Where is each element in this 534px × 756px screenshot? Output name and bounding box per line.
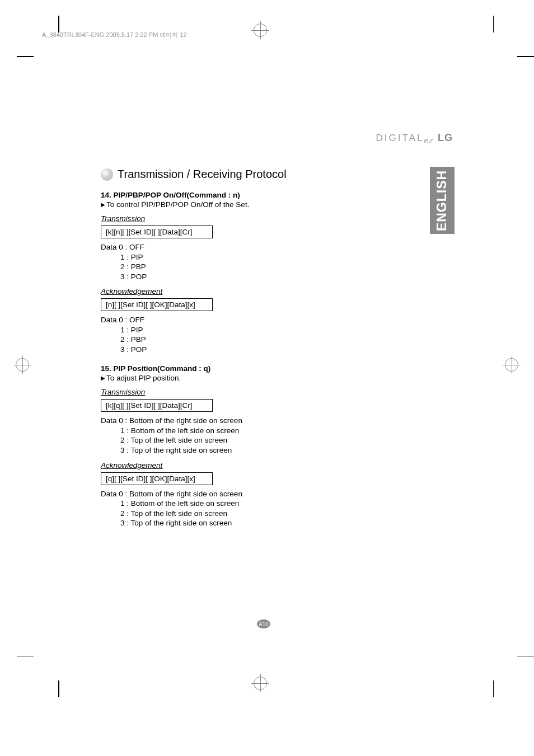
logo-lg: LG — [438, 132, 453, 143]
crop-mark — [493, 680, 494, 697]
registration-mark-icon — [16, 358, 29, 372]
sphere-icon — [101, 168, 113, 181]
data-line: Data 0 : OFF — [101, 315, 369, 325]
crop-mark — [517, 56, 534, 57]
triangle-icon: ▶ — [101, 375, 105, 381]
item14-description: ▶ To control PIP/PBP/POP On/Off of the S… — [101, 200, 369, 209]
data-block: Data 0 : Bottom of the right side on scr… — [101, 416, 369, 455]
print-header-info: A_3840TRL304F-ENG 2005.5.17 2:22 PM 페이지 … — [42, 31, 187, 39]
transmission-code-box: [k][q][ ][Set ID][ ][Data][Cr] — [101, 399, 213, 412]
item15-heading: 15. PIP Position(Command : q) — [101, 364, 369, 373]
data-line: 2 : PBP — [101, 262, 369, 272]
data-line: 1 : PIP — [101, 325, 369, 335]
language-tab: ENGLISH — [430, 167, 455, 234]
logo-digital: DIGITAL — [376, 133, 424, 143]
triangle-icon: ▶ — [101, 201, 105, 208]
data-line: 1 : Bottom of the left side on screen — [101, 426, 369, 436]
data-line: 1 : Bottom of the left side on screen — [101, 499, 369, 509]
crop-mark — [17, 56, 34, 57]
crop-mark — [58, 680, 59, 697]
acknowledgement-label: Acknowledgement — [101, 287, 369, 295]
data-line: 3 : POP — [101, 272, 369, 282]
item14-desc-text: To control PIP/PBP/POP On/Off of the Set… — [106, 200, 249, 209]
crop-mark — [493, 16, 494, 32]
section-title-row: Transmission / Receiving Protocol — [101, 168, 369, 181]
data-line: 2 : Top of the left side on screen — [101, 435, 369, 445]
transmission-label: Transmission — [101, 388, 369, 396]
data-line: Data 0 : Bottom of the right side on scr… — [101, 489, 369, 499]
registration-mark-icon — [505, 358, 518, 372]
main-content: Transmission / Receiving Protocol 14. PI… — [101, 168, 369, 528]
data-line: Data 0 : Bottom of the right side on scr… — [101, 416, 369, 426]
language-label: ENGLISH — [435, 170, 450, 231]
section-title: Transmission / Receiving Protocol — [118, 168, 287, 181]
transmission-label: Transmission — [101, 214, 369, 223]
data-block: Data 0 : OFF 1 : PIP 2 : PBP 3 : POP — [101, 242, 369, 281]
data-line: 2 : Top of the left side on screen — [101, 509, 369, 519]
ack-code-box: [q][ ][Set ID][ ][OK][Data][x] — [101, 472, 213, 485]
data-line: 2 : PBP — [101, 335, 369, 345]
ack-code-box: [n][ ][Set ID][ ][OK][Data][x] — [101, 298, 213, 311]
data-line: 1 : PIP — [101, 252, 369, 262]
data-block: Data 0 : Bottom of the right side on scr… — [101, 489, 369, 528]
data-block: Data 0 : OFF 1 : PIP 2 : PBP 3 : POP — [101, 315, 369, 354]
data-line: 3 : Top of the right side on screen — [101, 518, 369, 528]
brand-logo: DIGITALez LG — [376, 132, 453, 145]
item15-description: ▶ To adjust PIP position. — [101, 374, 369, 382]
registration-mark-icon — [254, 24, 267, 37]
registration-mark-icon — [254, 677, 267, 690]
crop-mark — [517, 656, 534, 657]
data-line: 3 : POP — [101, 345, 369, 355]
transmission-code-box: [k][n][ ][Set ID][ ][Data][Cr] — [101, 226, 213, 238]
logo-ez: ez — [424, 136, 433, 145]
crop-mark — [17, 656, 34, 657]
acknowledgement-label: Acknowledgement — [101, 461, 369, 469]
item15-desc-text: To adjust PIP position. — [106, 374, 181, 382]
data-line: Data 0 : OFF — [101, 242, 369, 252]
page-number: A10 — [257, 619, 270, 628]
item14-heading: 14. PIP/PBP/POP On/Off(Command : n) — [101, 191, 369, 199]
crop-mark — [58, 16, 59, 32]
data-line: 3 : Top of the right side on screen — [101, 445, 369, 456]
